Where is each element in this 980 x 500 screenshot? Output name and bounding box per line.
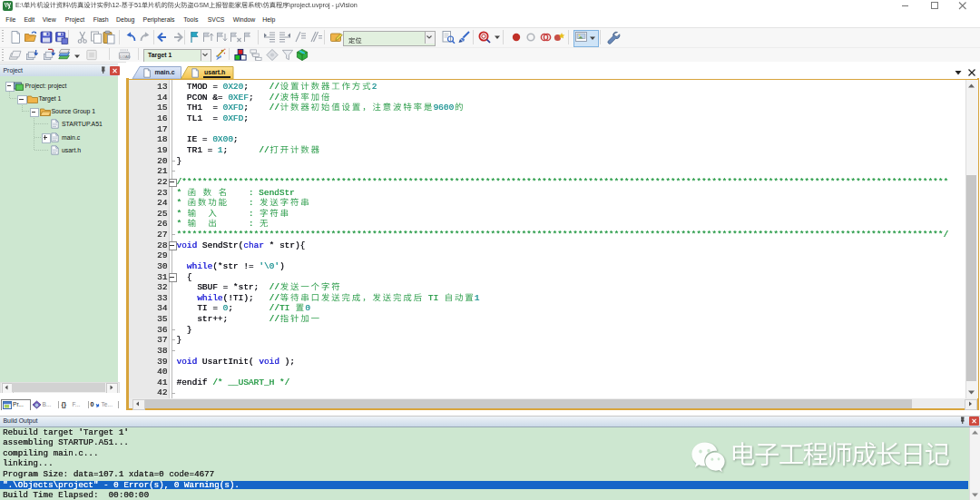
svg-text:LOAD: LOAD [120, 54, 130, 59]
